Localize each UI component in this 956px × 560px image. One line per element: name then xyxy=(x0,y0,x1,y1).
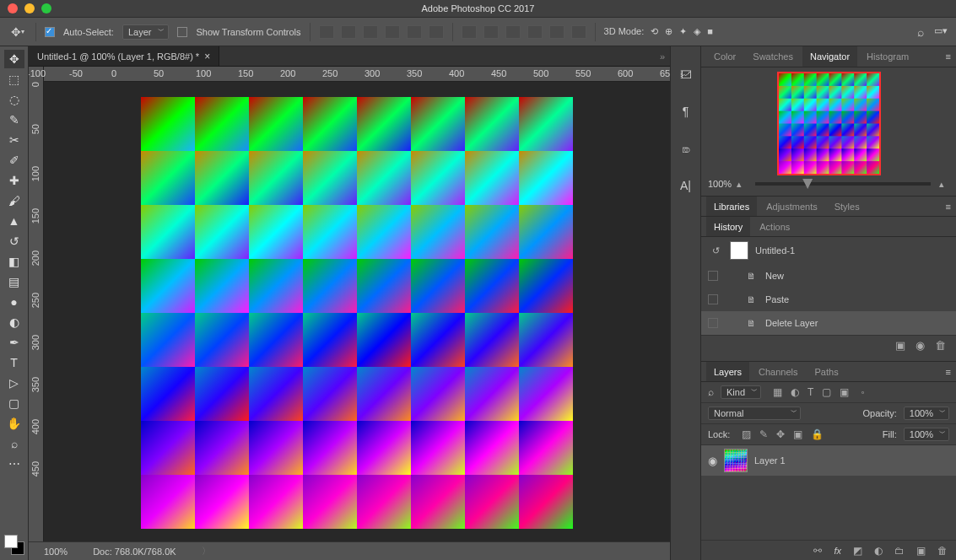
lasso-tool[interactable]: ◌ xyxy=(4,90,24,109)
pen-tool[interactable]: ✒ xyxy=(4,333,24,352)
layer-filter-dropdown[interactable]: Kind xyxy=(721,385,761,399)
blend-mode-dropdown[interactable]: Normal xyxy=(708,407,801,420)
shape-tool[interactable]: ▢ xyxy=(4,394,24,412)
history-brush-tool[interactable]: ↺ xyxy=(4,232,24,250)
trash-icon[interactable]: 🗑 xyxy=(935,339,946,352)
panel-menu-icon[interactable]: ≡ xyxy=(941,367,956,377)
camera-icon[interactable]: ◉ xyxy=(915,339,925,352)
tab-adjustments[interactable]: Adjustments xyxy=(759,197,825,216)
blur-tool[interactable]: ● xyxy=(4,293,24,311)
lock-transparency-icon[interactable]: ▨ xyxy=(742,428,751,440)
tab-paths[interactable]: Paths xyxy=(807,362,846,381)
status-zoom[interactable]: 100% xyxy=(44,547,68,557)
tab-swatches[interactable]: Swatches xyxy=(745,46,801,67)
close-window-button[interactable] xyxy=(8,3,18,13)
eyedropper-tool[interactable]: ✐ xyxy=(4,151,24,170)
document-tab[interactable]: Untitled-1 @ 100% (Layer 1, RGB/8#) * × xyxy=(29,46,219,66)
new-snapshot-icon[interactable]: ▣ xyxy=(895,339,905,352)
adjustment-layer-icon[interactable]: ◐ xyxy=(874,545,883,557)
status-doc-size[interactable]: Doc: 768.0K/768.0K xyxy=(93,547,176,557)
history-step[interactable]: 🗎Delete Layer xyxy=(701,311,956,335)
lock-artboard-icon[interactable]: ▣ xyxy=(793,428,802,440)
brush-tool[interactable]: 🖌 xyxy=(4,191,24,210)
auto-select-checkbox[interactable] xyxy=(45,27,55,37)
glyphs-icon[interactable]: A| xyxy=(677,176,695,195)
show-transform-checkbox[interactable] xyxy=(177,27,187,37)
tab-styles[interactable]: Styles xyxy=(827,197,867,216)
hand-tool[interactable]: ✋ xyxy=(4,414,24,433)
layer-thumbnail[interactable] xyxy=(724,449,748,472)
move-tool-icon[interactable]: ✥▾ xyxy=(8,23,27,41)
history-brush-target-icon[interactable]: ↺ xyxy=(708,243,723,258)
search-icon[interactable]: ⌕ xyxy=(708,386,714,398)
link-layers-icon[interactable]: ⚯ xyxy=(813,545,822,557)
filter-toggle-icon[interactable]: ◦ xyxy=(861,386,864,398)
lock-position-icon[interactable]: ✥ xyxy=(776,428,785,440)
marquee-tool[interactable]: ⬚ xyxy=(4,70,24,89)
panel-menu-icon[interactable]: ≡ xyxy=(941,202,956,212)
tab-color[interactable]: Color xyxy=(706,46,743,67)
stamp-tool[interactable]: ▲ xyxy=(4,212,24,230)
adjustment-filter-icon[interactable]: ◐ xyxy=(791,386,799,398)
tab-overflow-icon[interactable]: » xyxy=(655,51,670,62)
foreground-color[interactable] xyxy=(4,535,18,548)
lock-pixels-icon[interactable]: ✎ xyxy=(759,428,768,440)
status-menu-icon[interactable]: 〉 xyxy=(202,545,211,557)
edit-toolbar[interactable]: ⋯ xyxy=(4,455,24,473)
history-step[interactable]: 🗎Paste xyxy=(701,288,956,311)
tab-history[interactable]: History xyxy=(706,217,750,236)
panel-menu-icon[interactable]: ≡ xyxy=(941,51,956,62)
tab-actions[interactable]: Actions xyxy=(752,217,797,236)
tab-layers[interactable]: Layers xyxy=(706,362,749,381)
new-layer-icon[interactable]: ▣ xyxy=(916,545,926,557)
tab-libraries[interactable]: Libraries xyxy=(706,197,757,216)
navigator-thumbnail[interactable] xyxy=(777,72,881,175)
quick-select-tool[interactable]: ✎ xyxy=(4,110,24,129)
tab-channels[interactable]: Channels xyxy=(751,362,805,381)
screen-mode-icon[interactable]: ▭▾ xyxy=(934,25,948,39)
color-swatches[interactable] xyxy=(4,535,24,555)
crop-tool[interactable]: ✂ xyxy=(4,131,24,149)
close-tab-icon[interactable]: × xyxy=(204,51,210,62)
nav-zoom-value[interactable]: 100% xyxy=(708,179,737,189)
tab-navigator[interactable]: Navigator xyxy=(802,46,857,67)
character-icon[interactable]: ⎄ xyxy=(677,139,695,158)
zoom-out-icon[interactable]: ▴ xyxy=(737,179,747,189)
layer-style-icon[interactable]: fx xyxy=(834,545,841,557)
lock-all-icon[interactable]: 🔒 xyxy=(811,428,824,440)
layer-row[interactable]: ◉ Layer 1 xyxy=(701,445,956,476)
gradient-tool[interactable]: ▤ xyxy=(4,272,24,291)
eraser-tool[interactable]: ◧ xyxy=(4,252,24,271)
smart-filter-icon[interactable]: ▣ xyxy=(840,386,849,398)
zoom-tool[interactable]: ⌕ xyxy=(4,434,24,453)
align-top-icon[interactable] xyxy=(319,25,334,39)
shape-filter-icon[interactable]: ▢ xyxy=(822,386,831,398)
layers-panel: ⌕ Kind ▦ ◐ T ▢ ▣ ◦ Normal Opacity: 100% … xyxy=(701,382,956,560)
layer-mask-icon[interactable]: ◩ xyxy=(853,545,862,557)
delete-layer-icon[interactable]: 🗑 xyxy=(937,545,948,557)
search-icon[interactable]: ⌕ xyxy=(917,25,924,39)
pixel-filter-icon[interactable]: ▦ xyxy=(773,386,782,398)
properties-icon[interactable]: 🗠 xyxy=(677,65,695,83)
minimize-window-button[interactable] xyxy=(24,3,35,13)
tab-histogram[interactable]: Histogram xyxy=(859,46,916,67)
canvas[interactable] xyxy=(141,97,573,529)
visibility-icon[interactable]: ◉ xyxy=(708,455,717,467)
move-tool[interactable]: ✥ xyxy=(4,50,24,68)
layer-name[interactable]: Layer 1 xyxy=(754,455,786,466)
path-select-tool[interactable]: ▷ xyxy=(4,374,24,392)
maximize-window-button[interactable] xyxy=(41,3,51,13)
opacity-input[interactable]: 100% xyxy=(904,407,949,420)
zoom-slider[interactable] xyxy=(755,182,931,186)
auto-select-dropdown[interactable]: Layer xyxy=(122,24,170,40)
history-document-row[interactable]: ↺ Untitled-1 xyxy=(701,237,956,264)
history-step[interactable]: 🗎New xyxy=(701,264,956,288)
healing-tool[interactable]: ✚ xyxy=(4,171,24,190)
paragraph-icon[interactable]: ¶ xyxy=(677,102,695,121)
group-icon[interactable]: 🗀 xyxy=(894,545,905,557)
zoom-in-icon[interactable]: ▴ xyxy=(939,179,949,189)
type-tool[interactable]: T xyxy=(4,353,24,372)
fill-input[interactable]: 100% xyxy=(904,428,949,441)
dodge-tool[interactable]: ◐ xyxy=(4,313,24,331)
type-filter-icon[interactable]: T xyxy=(807,386,813,398)
